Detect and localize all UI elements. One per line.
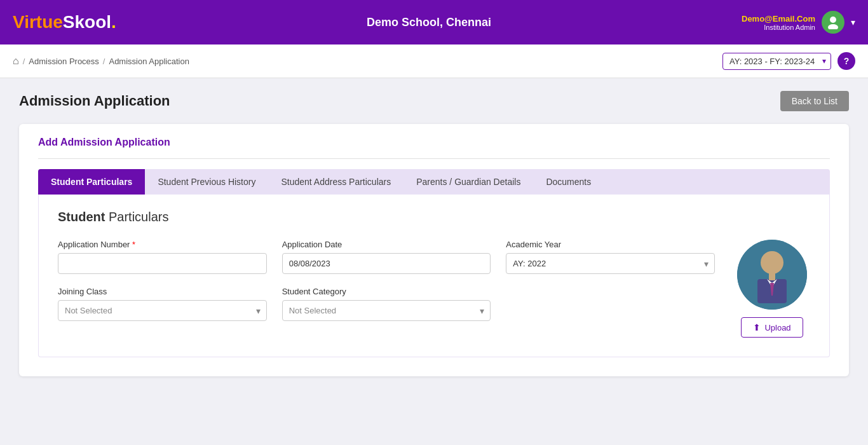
logo-virtue-text: Virtue [13,12,63,32]
user-email: Demo@Email.Com [742,14,815,24]
application-date-input[interactable] [282,253,491,274]
school-name: Demo School, Chennai [367,16,491,29]
home-icon[interactable]: ⌂ [13,55,19,67]
form-group-application-number: Application Number * [58,240,267,274]
svg-rect-7 [769,273,775,280]
tab-student-particulars[interactable]: Student Particulars [38,169,145,195]
required-indicator: * [132,240,135,249]
upload-label: Upload [764,323,790,332]
back-to-list-button[interactable]: Back to List [780,91,849,111]
joining-class-label: Joining Class [58,287,267,296]
chevron-down-icon[interactable]: ▾ [851,17,855,27]
form-group-joining-class: Joining Class Not Selected [58,287,267,321]
breadcrumb-admission-process[interactable]: Admission Process [29,57,99,66]
card-divider [38,158,830,159]
svg-point-0 [830,17,836,23]
ay-select[interactable]: AY: 2023 - FY: 2023-24 [722,53,831,70]
help-button[interactable]: ? [837,52,855,70]
student-avatar [737,240,807,310]
breadcrumb-sep-2: / [103,57,105,66]
page-title: Admission Application [19,93,170,109]
ay-select-wrapper: AY: 2023 - FY: 2023-24 [722,53,831,70]
application-number-label: Application Number * [58,240,267,249]
academic-year-label: Academic Year [506,240,715,249]
header-user-area: Demo@Email.Com Institution Admin ▾ [742,11,855,34]
svg-point-3 [761,251,783,274]
form-fields-area: Application Number * Application Date Ac… [58,240,715,338]
app-header: VirtueSkool. Demo School, Chennai Demo@E… [0,0,868,44]
main-content: Admission Application Back to List Add A… [0,78,868,389]
user-info: Demo@Email.Com Institution Admin [742,14,815,31]
academic-year-select[interactable]: AY: 2022 [506,253,715,274]
form-row-1: Application Number * Application Date Ac… [58,240,715,274]
page-header: Admission Application Back to List [19,91,849,111]
avatar[interactable] [822,11,844,34]
breadcrumb-right: AY: 2023 - FY: 2023-24 ? [722,52,855,70]
tabs-container: Student Particulars Student Previous His… [38,169,830,195]
avatar-section: ⬆ Upload [734,240,810,338]
form-title-bold: Student [58,210,105,224]
form-title-rest: Particulars [105,210,168,224]
form-row-2: Joining Class Not Selected Student Categ… [58,287,715,321]
breadcrumb-sep-1: / [23,57,25,66]
student-category-label: Student Category [282,287,491,296]
logo-skool-text: Skool [63,12,111,32]
form-group-academic-year: Academic Year AY: 2022 [506,240,715,274]
student-category-select[interactable]: Not Selected [282,300,491,321]
tab-parents-guardian-details[interactable]: Parents / Guardian Details [403,169,533,195]
joining-class-select-wrapper: Not Selected [58,300,267,321]
app-logo: VirtueSkool. [13,12,116,32]
breadcrumb: ⌂ / Admission Process / Admission Applic… [13,55,189,67]
form-section-title: Student Particulars [58,210,810,224]
breadcrumb-bar: ⌂ / Admission Process / Admission Applic… [0,44,868,78]
admission-card: Add Admission Application Student Partic… [19,124,849,376]
form-content-area: Application Number * Application Date Ac… [58,240,810,338]
tab-student-address-particulars[interactable]: Student Address Particulars [268,169,403,195]
logo-dot-text: . [111,12,116,32]
student-category-select-wrapper: Not Selected [282,300,491,321]
joining-class-select[interactable]: Not Selected [58,300,267,321]
tab-student-previous-history[interactable]: Student Previous History [145,169,268,195]
upload-button[interactable]: ⬆ Upload [741,317,803,338]
academic-year-select-wrapper: AY: 2022 [506,253,715,274]
application-number-input[interactable] [58,253,267,274]
upload-icon: ⬆ [753,322,761,332]
tab-documents[interactable]: Documents [533,169,604,195]
svg-point-1 [828,24,838,29]
application-date-label: Application Date [282,240,491,249]
form-group-student-category: Student Category Not Selected [282,287,491,321]
breadcrumb-current: Admission Application [109,57,189,66]
form-section: Student Particulars Application Number * [38,195,830,357]
user-role: Institution Admin [742,24,815,31]
card-heading: Add Admission Application [38,137,830,148]
form-group-application-date: Application Date [282,240,491,274]
